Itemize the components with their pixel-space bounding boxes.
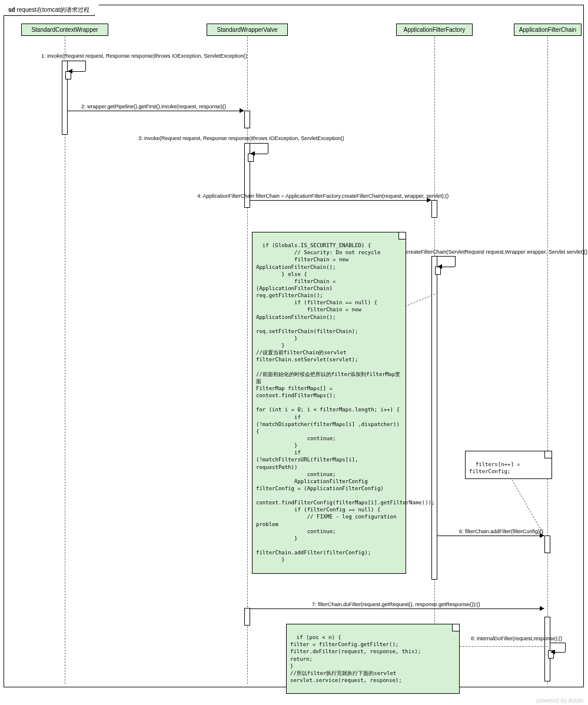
note-filters-assign: filters[n++] = filterConfig;: [465, 451, 552, 479]
activation-l2-a: [244, 111, 250, 128]
lifeline-line-2: [247, 36, 248, 684]
message-6-head: [540, 533, 544, 538]
message-2-label: 2: wrapper.getPipeline().getFirst().invo…: [81, 104, 226, 109]
message-4-label: 4: ApplicationFilterChain filterChain = …: [197, 193, 449, 199]
message-6-label: 6: filterChain.addFilter(filterConfig)(): [459, 528, 543, 534]
message-7-label: 7: filterChain.doFilter(request.getReque…: [312, 601, 480, 607]
activation-l2-d: [244, 608, 250, 626]
message-4-arrow: [250, 200, 430, 201]
message-8-label: 8: internalDoFilter(request,response);(): [471, 636, 562, 641]
activation-l4-a: [544, 536, 550, 553]
message-4-head: [427, 198, 431, 202]
note-dofilter-code: if (pos < n) { filter = filterConfig.get…: [286, 624, 460, 694]
message-7-head: [540, 606, 544, 611]
note-createfilterchain-code: if (Globals.IS_SECURITY_ENABLED) { // Se…: [252, 232, 406, 574]
activation-l4-b: [544, 617, 550, 681]
lifeline-line-4: [547, 36, 548, 684]
lifeline-standard-context-wrapper: StandardContextWrapper: [21, 24, 108, 36]
note3-connector: [460, 646, 548, 647]
lifeline-application-filter-factory: ApplicationFilterFactory: [396, 24, 473, 36]
diagram-title: sd request在tomcat的请求过程: [4, 5, 95, 16]
watermark: powered by Astah: [537, 697, 584, 704]
message-2-head: [240, 108, 244, 113]
message-6-arrow: [437, 536, 543, 536]
activation-l3-a: [431, 200, 437, 218]
lifeline-standard-wrapper-valve: StandardWrapperValve: [207, 24, 288, 36]
message-7-arrow: [250, 608, 543, 609]
lifeline-application-filter-chain: ApplicationFilterChain: [514, 24, 582, 36]
activation-l3-b: [431, 256, 437, 580]
message-5-label: 5: createFilterChain(ServletRequest requ…: [400, 249, 587, 255]
message-3-label: 3: invoke(Request request, Response resp…: [138, 135, 344, 141]
message-1-label: 1: invoke(Request request, Response resp…: [41, 53, 247, 59]
message-2-arrow: [68, 111, 243, 111]
